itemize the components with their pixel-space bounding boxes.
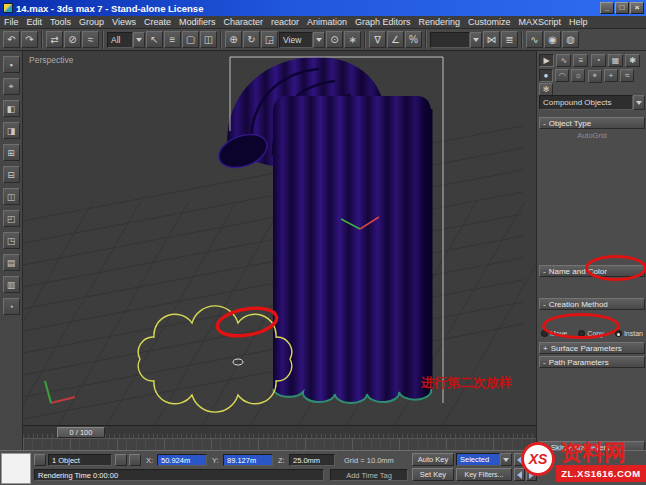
menu-character[interactable]: Character bbox=[219, 17, 267, 27]
select-move-icon[interactable]: ⊕ bbox=[225, 31, 242, 48]
time-slider-handle[interactable]: 0 / 100 bbox=[57, 427, 105, 438]
redo-icon[interactable]: ↷ bbox=[21, 31, 38, 48]
left-tool-icon[interactable]: ◧ bbox=[3, 100, 20, 117]
key-filters-button[interactable]: Key Filters... bbox=[456, 468, 512, 481]
chevron-down-icon[interactable] bbox=[500, 453, 512, 466]
category-shapes-icon[interactable]: ◠ bbox=[555, 69, 569, 82]
copy-radio[interactable]: Copy bbox=[578, 330, 603, 337]
menu-customize[interactable]: Customize bbox=[464, 17, 515, 27]
select-rotate-icon[interactable]: ↻ bbox=[243, 31, 260, 48]
menu-reactor[interactable]: reactor bbox=[267, 17, 303, 27]
menu-edit[interactable]: Edit bbox=[23, 17, 47, 27]
chevron-down-icon[interactable] bbox=[470, 32, 482, 48]
menu-tools[interactable]: Tools bbox=[46, 17, 75, 27]
tab-modify[interactable]: ∿ bbox=[556, 54, 571, 67]
minimize-button[interactable]: _ bbox=[600, 2, 614, 14]
left-tool-icon[interactable]: ◳ bbox=[3, 232, 20, 249]
menu-graph-editors[interactable]: Graph Editors bbox=[351, 17, 415, 27]
rollout-object-type[interactable]: - Object Type bbox=[539, 117, 645, 129]
category-lights-icon[interactable]: ☼ bbox=[571, 69, 585, 82]
select-link-icon[interactable]: ⇄ bbox=[46, 31, 63, 48]
loft-object[interactable] bbox=[273, 96, 431, 403]
select-object-icon[interactable]: ↖ bbox=[146, 31, 163, 48]
absolute-offset-icon[interactable] bbox=[129, 454, 141, 466]
rollout-name-color[interactable]: - Name and Color bbox=[539, 265, 645, 277]
select-by-name-icon[interactable]: ≡ bbox=[164, 31, 181, 48]
chevron-down-icon[interactable] bbox=[633, 95, 645, 110]
left-tool-icon[interactable]: ▥ bbox=[3, 276, 20, 293]
menu-views[interactable]: Views bbox=[108, 17, 140, 27]
menu-create[interactable]: Create bbox=[140, 17, 175, 27]
selection-lock-icon[interactable] bbox=[34, 454, 46, 466]
set-key-button[interactable]: Set Key bbox=[412, 468, 454, 481]
rollout-path-parameters[interactable]: - Path Parameters bbox=[539, 356, 645, 368]
add-time-tag[interactable]: Add Time Tag bbox=[330, 469, 408, 481]
select-manipulate-icon[interactable]: ∗ bbox=[344, 31, 361, 48]
left-tool-icon[interactable]: ◰ bbox=[3, 210, 20, 227]
auto-key-button[interactable]: Auto Key bbox=[412, 453, 454, 466]
menu-help[interactable]: Help bbox=[565, 17, 592, 27]
snap-toggle-icon[interactable]: ∇ bbox=[369, 31, 386, 48]
rollout-creation-method[interactable]: - Creation Method bbox=[539, 298, 645, 310]
z-coordinate-field[interactable]: 25.0mm bbox=[289, 454, 335, 466]
align-icon[interactable]: ≣ bbox=[501, 31, 518, 48]
curve-editor-icon[interactable]: ∿ bbox=[526, 31, 543, 48]
menu-maxscript[interactable]: MAXScript bbox=[515, 17, 566, 27]
key-selection-dropdown[interactable]: Selected bbox=[456, 453, 512, 466]
rollout-surface-parameters[interactable]: + Surface Parameters bbox=[539, 342, 645, 354]
y-coordinate-field[interactable]: 89.127m bbox=[223, 454, 273, 466]
category-spacewarps-icon[interactable]: ≈ bbox=[620, 69, 634, 82]
category-cameras-icon[interactable]: ⌖ bbox=[588, 70, 602, 83]
menu-animation[interactable]: Animation bbox=[303, 17, 351, 27]
left-tool-icon[interactable]: ▤ bbox=[3, 254, 20, 271]
object-category-dropdown[interactable]: Compound Objects bbox=[539, 95, 645, 110]
tab-create[interactable]: ▶ bbox=[539, 54, 554, 67]
title-bar[interactable]: 14.max - 3ds max 7 - Stand-alone License… bbox=[0, 0, 646, 16]
time-slider-track[interactable]: 0 / 100 bbox=[23, 425, 536, 438]
left-tool-icon[interactable]: ⊟ bbox=[3, 166, 20, 183]
undo-icon[interactable]: ↶ bbox=[3, 31, 20, 48]
perspective-viewport[interactable]: 进行第二次放样 Perspective bbox=[23, 51, 536, 425]
tab-hierarchy[interactable]: ≡ bbox=[573, 54, 588, 67]
tab-utilities[interactable]: ✱ bbox=[625, 54, 640, 67]
selection-filter-dropdown[interactable]: All bbox=[107, 32, 145, 48]
named-selection-sets-dropdown[interactable] bbox=[430, 32, 482, 48]
autogrid-checkbox[interactable]: AutoGrid bbox=[539, 131, 645, 140]
category-helpers-icon[interactable]: + bbox=[604, 69, 618, 82]
left-tool-icon[interactable]: ◔ bbox=[3, 298, 20, 315]
tab-motion[interactable]: ◔ bbox=[591, 54, 606, 67]
viewport-scene[interactable]: 进行第二次放样 Perspective bbox=[23, 51, 536, 425]
render-icon[interactable]: ◍ bbox=[562, 31, 579, 48]
left-tool-icon[interactable]: ◨ bbox=[3, 122, 20, 139]
select-scale-icon[interactable]: ◲ bbox=[261, 31, 278, 48]
mirror-icon[interactable]: ⋈ bbox=[483, 31, 500, 48]
window-crossing-icon[interactable]: ◫ bbox=[200, 31, 217, 48]
track-bar[interactable] bbox=[23, 438, 536, 450]
category-systems-icon[interactable]: ✻ bbox=[539, 83, 553, 96]
region-select-icon[interactable]: ▢ bbox=[182, 31, 199, 48]
viewport-label[interactable]: Perspective bbox=[29, 55, 74, 65]
x-coordinate-field[interactable]: 50.924m bbox=[157, 454, 207, 466]
move-radio[interactable]: Move bbox=[541, 330, 567, 337]
left-tool-icon[interactable]: ⌖ bbox=[3, 78, 20, 95]
tab-display[interactable]: ▦ bbox=[608, 54, 623, 67]
lock-icon[interactable] bbox=[115, 454, 127, 466]
chevron-down-icon[interactable] bbox=[133, 32, 145, 48]
percent-snap-icon[interactable]: % bbox=[405, 31, 422, 48]
chevron-down-icon[interactable] bbox=[313, 32, 325, 48]
menu-rendering[interactable]: Rendering bbox=[415, 17, 465, 27]
angle-snap-icon[interactable]: ∠ bbox=[387, 31, 404, 48]
menu-modifiers[interactable]: Modifiers bbox=[175, 17, 220, 27]
reference-coordinate-dropdown[interactable]: View bbox=[279, 32, 325, 48]
menu-group[interactable]: Group bbox=[75, 17, 108, 27]
close-button[interactable]: × bbox=[630, 2, 644, 14]
use-center-icon[interactable]: ⊙ bbox=[326, 31, 343, 48]
menu-file[interactable]: File bbox=[0, 17, 23, 27]
unlink-icon[interactable]: ⊘ bbox=[64, 31, 81, 48]
left-tool-icon[interactable]: ⊞ bbox=[3, 144, 20, 161]
left-tool-icon[interactable]: ▪ bbox=[3, 56, 20, 73]
category-geometry-icon[interactable]: ● bbox=[539, 69, 553, 82]
bind-spacewarp-icon[interactable]: ≈ bbox=[82, 31, 99, 48]
maximize-button[interactable]: □ bbox=[615, 2, 629, 14]
left-tool-icon[interactable]: ◫ bbox=[3, 188, 20, 205]
